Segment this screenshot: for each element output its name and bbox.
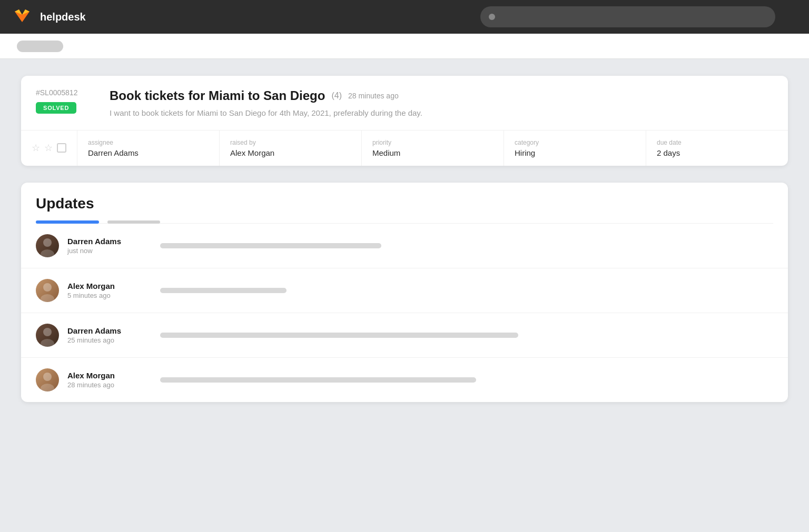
- ticket-id-block: #SL0005812 SOLVED: [36, 88, 99, 114]
- update-content-bar: [160, 243, 381, 248]
- svg-point-2: [43, 283, 52, 292]
- update-username: Darren Adams: [67, 326, 152, 335]
- update-content-bar: [160, 333, 518, 338]
- meta-assignee: assignee Darren Adams: [77, 131, 220, 166]
- meta-icons: ☆ ☆: [21, 131, 77, 166]
- assignee-label: assignee: [88, 139, 209, 146]
- svg-point-3: [41, 294, 54, 302]
- update-user-info: Alex Morgan 5 minutes ago: [67, 282, 152, 299]
- updates-header: Updates: [21, 183, 788, 224]
- ticket-description: I want to book tickets for Miami to San …: [110, 107, 773, 119]
- update-user-info: Alex Morgan 28 minutes ago: [67, 371, 152, 389]
- due-date-value: 2 days: [657, 148, 777, 157]
- svg-point-7: [41, 384, 54, 392]
- list-item: Alex Morgan 5 minutes ago: [21, 268, 788, 313]
- tab-updates-active[interactable]: [36, 220, 99, 224]
- meta-category: category Hiring: [504, 131, 646, 166]
- category-value: Hiring: [515, 148, 635, 157]
- svg-point-0: [43, 238, 52, 247]
- breadcrumb-bar: [0, 34, 809, 59]
- ticket-meta: ☆ ☆ assignee Darren Adams raised by Alex…: [21, 130, 788, 166]
- updates-section: Updates Darren Adams just now Alex Morga…: [21, 183, 788, 402]
- svg-point-1: [41, 249, 54, 257]
- logo-icon: [13, 7, 32, 26]
- star-icon-2[interactable]: ☆: [44, 142, 53, 154]
- star-icon-1[interactable]: ☆: [32, 142, 40, 154]
- priority-label: priority: [372, 139, 493, 146]
- ticket-title-row: Book tickets for Miami to San Diego (4) …: [110, 88, 773, 103]
- meta-due-date: due date 2 days: [646, 131, 788, 166]
- breadcrumb[interactable]: [17, 41, 63, 52]
- ticket-header: #SL0005812 SOLVED Book tickets for Miami…: [21, 76, 788, 119]
- raised-by-label: raised by: [230, 139, 351, 146]
- ticket-title-block: Book tickets for Miami to San Diego (4) …: [110, 88, 773, 119]
- updates-title: Updates: [36, 195, 773, 212]
- ticket-title: Book tickets for Miami to San Diego: [110, 88, 325, 103]
- ticket-card: #SL0005812 SOLVED Book tickets for Miami…: [21, 76, 788, 166]
- update-user-info: Darren Adams just now: [67, 237, 152, 255]
- svg-point-5: [41, 339, 54, 347]
- main-content: #SL0005812 SOLVED Book tickets for Miami…: [0, 59, 809, 419]
- assignee-value: Darren Adams: [88, 148, 209, 157]
- search-icon: [489, 14, 495, 20]
- avatar: [36, 279, 59, 302]
- ticket-replies: (4): [331, 91, 342, 101]
- updates-list: Darren Adams just now Alex Morgan 5 minu…: [21, 224, 788, 402]
- update-username: Darren Adams: [67, 237, 152, 246]
- list-item: Darren Adams just now: [21, 224, 788, 268]
- avatar: [36, 368, 59, 392]
- priority-value: Medium: [372, 148, 493, 157]
- update-content-bar: [160, 288, 287, 293]
- update-timestamp: 25 minutes ago: [67, 336, 152, 344]
- avatar: [36, 234, 59, 257]
- update-content-bar: [160, 377, 476, 383]
- meta-raised-by: raised by Alex Morgan: [220, 131, 362, 166]
- search-bar[interactable]: [480, 6, 775, 27]
- update-timestamp: 5 minutes ago: [67, 292, 152, 299]
- tab-updates-inactive[interactable]: [107, 220, 160, 224]
- avatar: [36, 324, 59, 347]
- update-username: Alex Morgan: [67, 282, 152, 290]
- logo-text: helpdesk: [40, 11, 86, 23]
- ticket-time: 28 minutes ago: [348, 92, 399, 100]
- meta-priority: priority Medium: [362, 131, 504, 166]
- list-item: Darren Adams 25 minutes ago: [21, 313, 788, 358]
- update-timestamp: just now: [67, 247, 152, 255]
- update-timestamp: 28 minutes ago: [67, 381, 152, 389]
- ticket-id: #SL0005812: [36, 88, 77, 97]
- svg-point-6: [43, 373, 52, 381]
- category-label: category: [515, 139, 635, 146]
- update-user-info: Darren Adams 25 minutes ago: [67, 326, 152, 344]
- checkbox-icon[interactable]: [57, 143, 66, 153]
- update-username: Alex Morgan: [67, 371, 152, 380]
- navbar: helpdesk: [0, 0, 809, 34]
- raised-by-value: Alex Morgan: [230, 148, 351, 157]
- due-date-label: due date: [657, 139, 777, 146]
- svg-point-4: [43, 328, 52, 336]
- status-badge: SOLVED: [36, 102, 76, 114]
- list-item: Alex Morgan 28 minutes ago: [21, 358, 788, 402]
